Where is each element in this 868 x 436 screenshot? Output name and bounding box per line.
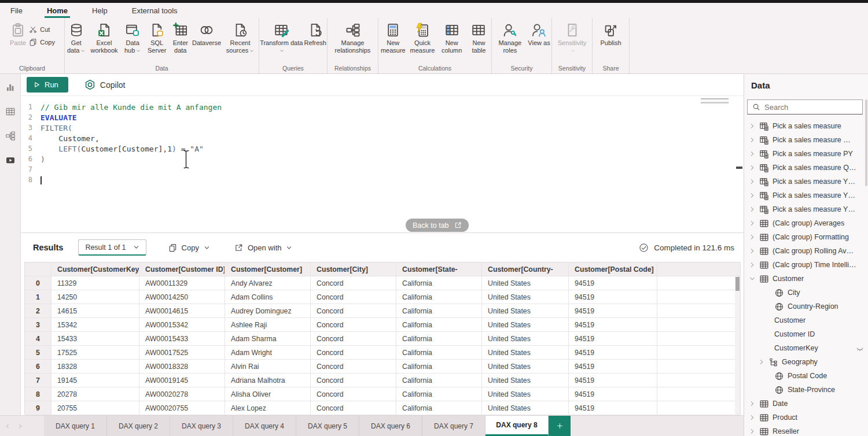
code-editor[interactable]: 1// Gib mir alle Kunde die mit A anfange… — [21, 96, 744, 232]
copilot-button[interactable]: Copilot — [84, 79, 126, 90]
field-item-reseller[interactable]: Reseller — [744, 424, 868, 436]
data-pane-scrollbar[interactable] — [865, 99, 867, 186]
table-row[interactable]: 315342AW00015342Ashlee RajiConcordCalifo… — [25, 318, 740, 332]
run-button[interactable]: Run — [27, 77, 68, 93]
field-item-customer-id[interactable]: Customer ID — [744, 327, 868, 341]
sql-server-button[interactable]: SQL Server — [145, 21, 170, 56]
paste-button[interactable]: Paste — [9, 21, 27, 49]
table-row[interactable]: 618328AW00018328Alvin RaiConcordCaliforn… — [25, 360, 740, 374]
field-item-customer[interactable]: Customer — [744, 313, 868, 327]
field-item-product[interactable]: Product — [744, 411, 868, 424]
code-line-2[interactable]: 2EVALUATE — [21, 112, 744, 123]
copy-dropdown[interactable]: Copy — [168, 243, 210, 252]
search-box[interactable] — [747, 99, 863, 114]
field-item-pick-a-sales-measure-yoy[interactable]: Pick a sales measure YOY% — [744, 189, 868, 202]
enter-data-button[interactable]: Enter data — [170, 21, 192, 56]
field-item-calc-group-averages[interactable]: (Calc group) Averages — [744, 216, 868, 230]
field-item-pick-a-sales-measure-py[interactable]: Pick a sales measure PY — [744, 147, 868, 161]
table-view-button[interactable] — [4, 105, 17, 118]
manage-roles-button[interactable]: Manage roles — [492, 21, 527, 56]
table-scrollbar[interactable] — [735, 276, 740, 415]
dax-query-view-button[interactable] — [4, 154, 17, 167]
table-row[interactable]: 214615AW00014615Audrey DominguezConcordC… — [25, 304, 740, 318]
field-item-city[interactable]: City — [744, 286, 868, 300]
field-item-pick-a-sales-measure-yoy[interactable]: Pick a sales measure YOY — [744, 175, 868, 189]
excel-workbook-button[interactable]: Excel workbook — [87, 21, 120, 56]
refresh-button[interactable]: Refresh — [303, 21, 327, 49]
field-item-pick-a-sales-measure-qtd[interactable]: Pick a sales measure QTD — [744, 161, 868, 175]
tab-dax-query-3[interactable]: DAX query 3 — [170, 416, 233, 436]
field-item-country-region[interactable]: Country-Region — [744, 300, 868, 313]
report-view-button[interactable] — [4, 81, 17, 94]
column-header[interactable]: Customer[Customer ID] — [139, 263, 225, 276]
field-item-calc-group-time-intelligence[interactable]: (Calc group) Time Intelligence — [744, 258, 868, 272]
tab-dax-query-1[interactable]: DAX query 1 — [44, 416, 107, 436]
code-line-5[interactable]: 5 LEFT(Customer[Customer],1) = "A" — [21, 143, 744, 154]
recent-sources-button[interactable]: Recent sources — [222, 21, 259, 56]
open-with-dropdown[interactable]: Open with — [234, 243, 293, 252]
table-row[interactable]: 011329AW00011329Andy AlvarezConcordCalif… — [25, 276, 740, 290]
tab-scroll-left-button[interactable] — [5, 421, 10, 431]
column-header[interactable]: Customer[State- — [396, 263, 482, 276]
field-item-pick-a-sales-measure-ytd[interactable]: Pick a sales measure YTD — [744, 202, 868, 216]
table-row[interactable]: 517525AW00017525Adam WrightConcordCalifo… — [25, 346, 740, 360]
tab-dax-query-6[interactable]: DAX query 6 — [359, 416, 422, 436]
table-row[interactable]: 415433AW00015433Adam SharmaConcordCalifo… — [25, 332, 740, 346]
field-item-state-province[interactable]: State-Province — [744, 383, 868, 397]
new-column-button[interactable]: New column — [437, 21, 466, 56]
tab-dax-query-2[interactable]: DAX query 2 — [107, 416, 170, 436]
add-query-tab-button[interactable] — [549, 416, 571, 436]
get-data-button[interactable]: Get data — [65, 21, 87, 56]
tab-scroll-right-button[interactable] — [17, 421, 23, 431]
field-item-customerkey[interactable]: CustomerKey — [744, 341, 868, 355]
view-as-button[interactable]: View as — [527, 21, 550, 49]
field-item-postal-code[interactable]: Postal Code — [744, 369, 868, 383]
field-item-date[interactable]: Date — [744, 397, 868, 411]
dataverse-button[interactable]: Dataverse — [192, 21, 222, 49]
back-to-tab-button[interactable]: Back to tab — [406, 219, 469, 232]
cut-button[interactable]: Cut — [29, 25, 55, 34]
column-header[interactable]: Customer[Country- — [482, 263, 569, 276]
copy-button[interactable]: Copy — [29, 38, 55, 46]
code-line-8[interactable]: 8 — [21, 175, 744, 185]
field-item-pick-a-sales-measure-mtd[interactable]: Pick a sales measure MTD — [744, 133, 868, 147]
menu-tab-home[interactable]: Home — [46, 5, 69, 18]
table-row[interactable]: 920755AW00020755Alex LopezConcordCalifor… — [25, 401, 740, 415]
result-selector-dropdown[interactable]: Result 1 of 1 — [78, 239, 146, 256]
field-item-geography[interactable]: Geography — [744, 355, 868, 369]
tab-dax-query-7[interactable]: DAX query 7 — [422, 416, 486, 436]
field-item-customer[interactable]: Customer — [744, 272, 868, 286]
tab-dax-query-5[interactable]: DAX query 5 — [296, 416, 359, 436]
search-input[interactable] — [764, 103, 858, 112]
field-item-calc-group-rolling-averages[interactable]: (Calc group) Rolling Averages — [744, 244, 868, 258]
new-table-button[interactable]: New table — [466, 21, 491, 56]
column-header[interactable]: Customer[CustomerKey] — [52, 263, 139, 276]
publish-button[interactable]: Publish — [599, 21, 621, 49]
menu-tab-help[interactable]: Help — [91, 5, 109, 18]
menu-tab-external-tools[interactable]: External tools — [131, 5, 179, 18]
table-row[interactable]: 719145AW00019145Adriana MalhotraConcordC… — [25, 374, 740, 387]
manage-relationships-button[interactable]: Manage relationships — [328, 21, 378, 56]
transform-data-button[interactable]: Transform data — [259, 21, 303, 56]
column-header[interactable]: Customer[Customer] — [225, 263, 311, 276]
field-item-calc-group-formatting[interactable]: (Calc group) Formatting — [744, 230, 868, 244]
code-line-3[interactable]: 3FILTER( — [21, 123, 744, 133]
code-line-7[interactable]: 7 — [21, 164, 744, 175]
editor-scrollbar[interactable] — [735, 96, 744, 232]
column-header[interactable]: Customer[Postal Code] — [569, 263, 657, 276]
table-row[interactable]: 114250AW00014250Adam CollinsConcordCalif… — [25, 290, 740, 304]
code-line-1[interactable]: 1// Gib mir alle Kunde die mit A anfange… — [21, 102, 744, 112]
table-row[interactable]: 820278AW00020278Alisha OliverConcordCali… — [25, 387, 740, 401]
new-measure-button[interactable]: New measure — [378, 21, 408, 56]
model-view-button[interactable] — [4, 130, 17, 142]
column-header[interactable]: Customer[City] — [311, 263, 396, 276]
menu-tab-file[interactable]: File — [9, 5, 24, 18]
code-line-6[interactable]: 6) — [21, 154, 744, 164]
sensitivity-button[interactable]: Sensitivity — [557, 21, 587, 55]
field-item-pick-a-sales-measure[interactable]: Pick a sales measure — [744, 119, 868, 133]
tab-dax-query-8[interactable]: DAX query 8 — [486, 416, 549, 436]
code-line-4[interactable]: 4 Customer, — [21, 133, 744, 143]
tab-dax-query-4[interactable]: DAX query 4 — [233, 416, 296, 436]
data-hub-button[interactable]: Data hub — [121, 21, 145, 56]
quick-measure-button[interactable]: Quick measure — [408, 21, 437, 56]
